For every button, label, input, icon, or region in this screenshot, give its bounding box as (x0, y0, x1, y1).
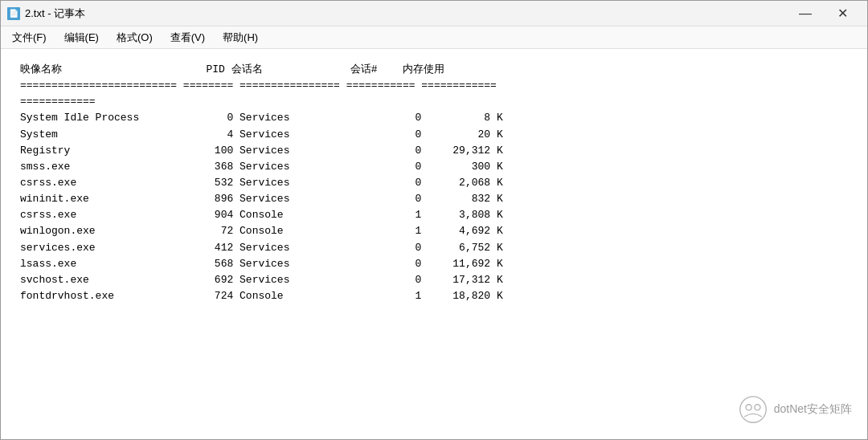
minimize-button[interactable]: — (787, 1, 824, 26)
svg-point-1 (746, 405, 751, 410)
watermark-icon (739, 395, 768, 424)
title-bar: 📄 2.txt - 记事本 — ✕ (1, 1, 867, 26)
menu-edit[interactable]: 编辑(E) (56, 27, 107, 48)
window-wrapper: 📄 2.txt - 记事本 — ✕ 文件(F) 编辑(E) 格式(O) 查看(V… (0, 0, 868, 440)
menu-format[interactable]: 格式(O) (108, 27, 161, 48)
menu-file[interactable]: 文件(F) (4, 27, 55, 48)
menu-help[interactable]: 帮助(H) (215, 27, 266, 48)
title-bar-left: 📄 2.txt - 记事本 (7, 6, 85, 21)
menu-bar: 文件(F) 编辑(E) 格式(O) 查看(V) 帮助(H) (1, 26, 867, 49)
close-button[interactable]: ✕ (824, 1, 861, 26)
watermark-text: dotNet安全矩阵 (774, 402, 852, 417)
window-title: 2.txt - 记事本 (25, 6, 85, 21)
text-content[interactable]: 映像名称 PID 会话名 会话# 内存使用 ==================… (1, 49, 867, 439)
app-icon: 📄 (7, 7, 20, 20)
watermark: dotNet安全矩阵 (739, 395, 852, 424)
svg-point-0 (740, 397, 766, 422)
menu-view[interactable]: 查看(V) (162, 27, 213, 48)
svg-point-2 (755, 405, 760, 410)
title-bar-controls: — ✕ (787, 1, 861, 26)
notepad-window: 📄 2.txt - 记事本 — ✕ 文件(F) 编辑(E) 格式(O) 查看(V… (0, 0, 868, 440)
